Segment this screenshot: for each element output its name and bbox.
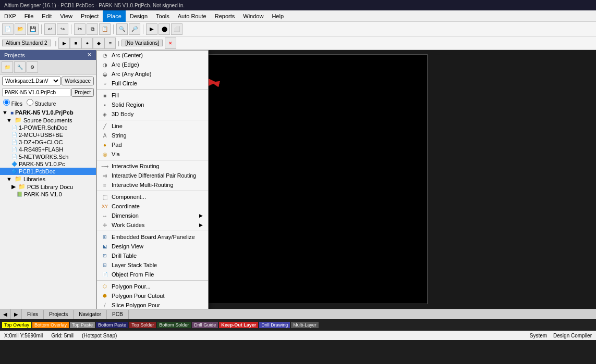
toolbar-save[interactable]: 💾 [27, 23, 39, 35]
design-compiler-label[interactable]: Design Compiler [553, 333, 592, 338]
menu-dimension[interactable]: ↔ Dimension ▶ [97, 211, 208, 220]
menu-3d-body[interactable]: ◈ 3D Body [97, 109, 208, 119]
tree-parkn5lib[interactable]: 📗 PARK-N5 V1.0 [0, 191, 96, 198]
toolbar-cut[interactable]: ✂ [74, 23, 86, 35]
system-label[interactable]: System [530, 333, 547, 338]
menu-help[interactable]: Help [267, 10, 288, 22]
tb2-close[interactable]: ✕ [165, 37, 176, 49]
layer-keepout[interactable]: Keep-Out Layer [219, 322, 258, 328]
menu-line[interactable]: ╱ Line [97, 121, 208, 131]
layer-bottom-solder[interactable]: Bottom Solder [157, 322, 191, 328]
menu-arc-edge[interactable]: ◑ Arc (Edge) [97, 60, 208, 69]
nav-arrow-left[interactable]: ◀ [0, 309, 11, 320]
menu-view[interactable]: View [56, 10, 77, 22]
menu-dxp[interactable]: DXP [0, 10, 20, 22]
tree-libraries[interactable]: ▼📁 Libraries [0, 175, 96, 183]
tree-pcb-doc[interactable]: 🔷 PCB1.PcbDoc [0, 168, 96, 175]
tree-networks[interactable]: 📄 5-NETWORKS.Sch [0, 153, 96, 160]
sidebar-btn3[interactable]: ⚙ [27, 61, 38, 73]
tab-projects[interactable]: Projects [44, 310, 74, 319]
tree-mcu[interactable]: 📄 2-MCU+USB+BE [0, 131, 96, 139]
menu-interactive-routing[interactable]: ⟿ Interactive Routing [97, 161, 208, 171]
radio-structure[interactable] [27, 99, 33, 106]
workspace-selector[interactable]: Workspace1.DsnV [2, 77, 60, 85]
menu-string[interactable]: A String [97, 131, 208, 140]
tree-rs485[interactable]: 📄 4-RS485+FLASH [0, 146, 96, 153]
menu-tools[interactable]: Tools [152, 10, 174, 22]
tb2-btn3[interactable]: ● [81, 37, 93, 49]
tree-dz[interactable]: 📄 3-DZ+DG+CLOC [0, 139, 96, 146]
menu-work-guides[interactable]: ✛ Work Guides ▶ [97, 220, 208, 230]
menu-place[interactable]: Place [103, 10, 126, 22]
toolbar-redo[interactable]: ↪ [57, 23, 68, 35]
menu-drill-table[interactable]: ⊡ Drill Table [97, 251, 208, 260]
standard-selector[interactable]: Altium Standard 2 [2, 40, 51, 46]
tree-pcb1[interactable]: 🔷 PARK-N5 V1.0.Pc [0, 160, 96, 168]
menu-coordinate[interactable]: XY Coordinate [97, 202, 208, 211]
layer-bottom-paste[interactable]: Bottom Paste [96, 322, 128, 328]
project-button[interactable]: Project [71, 88, 94, 97]
toolbar-paste[interactable]: 📋 [99, 23, 111, 35]
menu-embedded-board[interactable]: ⊞ Embedded Board Array/Panelize [97, 232, 208, 242]
layer-drill-drawing[interactable]: Drill Drawing [259, 322, 290, 328]
menu-arc-any[interactable]: ◒ Arc (Any Angle) [97, 69, 208, 79]
menu-design[interactable]: Design [126, 10, 152, 22]
layer-bottom-overlay[interactable]: Bottom Overlay [32, 322, 69, 328]
layer-top-solder[interactable]: Top Solder [129, 322, 156, 328]
tree-source-docs[interactable]: ▼📁 Source Documents [0, 116, 96, 124]
layer-drill-guide[interactable]: Drill Guide [192, 322, 218, 328]
menu-file[interactable]: File [20, 10, 38, 22]
menu-edit[interactable]: Edit [38, 10, 56, 22]
toolbar-zoom-in[interactable]: 🔍 [116, 23, 128, 35]
sidebar-close[interactable]: ✕ [87, 52, 92, 58]
menu-arc-center[interactable]: ◔ Arc (Center) [97, 51, 208, 60]
radio-files-label[interactable]: Files [3, 99, 22, 107]
layer-top-overlay[interactable]: Top Overlay [2, 322, 31, 328]
tree-power[interactable]: 📄 1-POWER.SchDoc [0, 124, 96, 131]
radio-structure-label[interactable]: Structure [27, 99, 56, 107]
menu-slice-polygon[interactable]: ⧸ Slice Polygon Pour [97, 300, 208, 309]
toolbar-extra3[interactable]: ⬜ [171, 23, 183, 35]
menu-multi-route[interactable]: ≡ Interactive Multi-Routing [97, 180, 208, 190]
tab-navigator[interactable]: Navigator [74, 310, 107, 319]
canvas-area[interactable]: ◔ Arc (Center) ◑ Arc (Edge) ◒ Arc (Any A… [96, 50, 596, 309]
menu-polygon-cutout[interactable]: ⬢ Polygon Pour Cutout [97, 291, 208, 300]
menu-design-view[interactable]: ⬕ Design View [97, 242, 208, 251]
menu-solid-region[interactable]: ▪ Solid Region [97, 100, 208, 109]
toolbar-copy[interactable]: ⧉ [87, 23, 98, 35]
menu-fill[interactable]: ■ Fill [97, 91, 208, 100]
tb2-btn2[interactable]: ■ [70, 37, 81, 49]
nav-arrow-right[interactable]: ▶ [11, 309, 22, 320]
tb2-btn1[interactable]: ▶ [58, 37, 70, 49]
menu-component[interactable]: ⬚ Component... [97, 192, 208, 202]
radio-files[interactable] [3, 99, 10, 106]
tb2-btn4[interactable]: ◆ [93, 37, 104, 49]
menu-object-file[interactable]: 📄 Object From File [97, 270, 208, 279]
toolbar-new[interactable]: 📄 [2, 23, 14, 35]
sidebar-btn1[interactable]: 📁 [2, 61, 13, 73]
menu-pad[interactable]: ● Pad [97, 140, 208, 149]
menu-project[interactable]: Project [77, 10, 103, 22]
toolbar-open[interactable]: 📂 [15, 23, 26, 35]
tree-pcblib[interactable]: ▶📁 PCB Library Docu [0, 183, 96, 191]
menu-via[interactable]: ◎ Via [97, 149, 208, 159]
tree-project-root[interactable]: ▼ ■ PARK-N5 V1.0.PrjPcb [0, 109, 96, 116]
menu-layer-stack[interactable]: ⊟ Layer Stack Table [97, 260, 208, 270]
menu-diff-pair[interactable]: ⇉ Interactive Differential Pair Routing [97, 171, 208, 180]
tb2-btn5[interactable]: ≡ [104, 37, 116, 49]
toolbar-extra2[interactable]: ⬤ [159, 23, 170, 35]
toolbar-extra1[interactable]: ▶ [146, 23, 157, 35]
menu-polygon-pour[interactable]: ⬡ Polygon Pour... [97, 282, 208, 291]
toolbar-undo[interactable]: ↩ [44, 23, 56, 35]
menu-reports[interactable]: Reports [211, 10, 239, 22]
tab-files[interactable]: Files [22, 310, 44, 319]
toolbar-zoom-out[interactable]: 🔎 [129, 23, 140, 35]
workspace-button[interactable]: Workspace [62, 77, 94, 85]
menu-autoroute[interactable]: Auto Route [174, 10, 211, 22]
tab-pcb[interactable]: PCB [107, 310, 129, 319]
menu-window[interactable]: Window [239, 10, 267, 22]
menu-full-circle[interactable]: ○ Full Circle [97, 79, 208, 88]
sidebar-btn2[interactable]: 🔧 [14, 61, 26, 73]
layer-multi-layer[interactable]: Multi-Layer [291, 322, 319, 328]
layer-top-paste[interactable]: Top Paste [70, 322, 95, 328]
